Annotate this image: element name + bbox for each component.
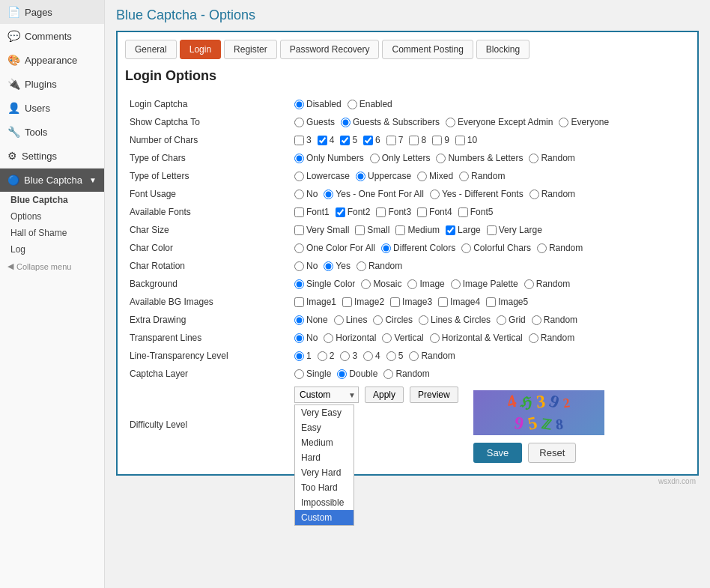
option-choice-char-rotation-no[interactable]: No (294, 261, 318, 271)
option-choice-font-usage-yes-one[interactable]: Yes - One Font For All (324, 189, 424, 199)
input-available-fonts-font5[interactable] (458, 207, 468, 217)
option-choice-captcha-layer-random[interactable]: Random (383, 369, 429, 379)
input-type-of-letters-mixed[interactable] (417, 172, 427, 181)
input-transparent-lines-random[interactable] (529, 333, 538, 343)
input-char-color-different-colors[interactable] (381, 243, 391, 253)
option-choice-line-transparency-level-l4[interactable]: 4 (363, 351, 380, 361)
option-choice-type-of-chars-numbers-letters[interactable]: Numbers & Letters (436, 153, 523, 163)
sidebar-sub-log[interactable]: Log (0, 241, 104, 258)
input-number-of-chars-n9[interactable] (432, 136, 442, 145)
input-transparent-lines-vertical[interactable] (382, 333, 392, 343)
option-choice-extra-drawing-circles[interactable]: Circles (373, 315, 413, 325)
tab-general[interactable]: General (125, 40, 177, 59)
dropdown-item-very-easy[interactable]: Very Easy (295, 405, 354, 420)
tab-password-recovery[interactable]: Password Recovery (280, 40, 380, 59)
option-choice-captcha-layer-double[interactable]: Double (337, 369, 377, 379)
input-char-size-small[interactable] (355, 225, 365, 235)
option-choice-transparent-lines-random[interactable]: Random (529, 333, 574, 343)
input-available-bg-images-img2[interactable] (342, 297, 352, 307)
input-char-size-medium[interactable] (395, 225, 405, 235)
option-choice-captcha-layer-single[interactable]: Single (294, 369, 331, 379)
input-type-of-chars-numbers-letters[interactable] (436, 154, 446, 163)
dropdown-item-easy[interactable]: Easy (295, 420, 354, 435)
input-line-transparency-level-l3[interactable] (340, 351, 350, 361)
input-available-fonts-font4[interactable] (417, 207, 427, 217)
input-char-rotation-yes[interactable] (324, 261, 333, 271)
input-available-bg-images-img4[interactable] (438, 297, 448, 307)
input-number-of-chars-n4[interactable] (318, 136, 327, 145)
option-choice-available-fonts-font4[interactable]: Font4 (417, 207, 452, 217)
option-choice-line-transparency-level-l3[interactable]: 3 (340, 351, 357, 361)
option-choice-extra-drawing-lines-circles[interactable]: Lines & Circles (419, 315, 491, 325)
input-show-captcha-to-guests[interactable] (294, 118, 304, 127)
input-char-color-random[interactable] (537, 243, 547, 253)
option-choice-transparent-lines-vertical[interactable]: Vertical (382, 333, 423, 343)
option-choice-background-random[interactable]: Random (524, 279, 570, 289)
option-choice-available-fonts-font1[interactable]: Font1 (294, 207, 330, 217)
input-number-of-chars-n5[interactable] (340, 136, 350, 145)
dropdown-item-too-hard[interactable]: Too Hard (295, 480, 354, 495)
option-choice-char-size-small[interactable]: Small (355, 225, 389, 235)
input-transparent-lines-horiz-vert[interactable] (430, 333, 440, 343)
input-char-size-large[interactable] (446, 225, 455, 235)
sidebar-sub-options[interactable]: Options (0, 208, 104, 225)
option-choice-transparent-lines-no[interactable]: No (294, 333, 318, 343)
sidebar-item-blue-captcha[interactable]: 🔵 Blue Captcha ▼ (0, 169, 104, 192)
sidebar-item-appearance[interactable]: 🎨 Appearance (0, 48, 104, 72)
sidebar-item-comments[interactable]: 💬 Comments (0, 24, 104, 48)
option-choice-background-image[interactable]: Image (407, 279, 444, 289)
input-background-mosaic[interactable] (361, 279, 371, 289)
option-choice-char-size-large[interactable]: Large (446, 225, 481, 235)
input-type-of-letters-lowercase[interactable] (294, 172, 304, 181)
input-number-of-chars-n10[interactable] (455, 136, 465, 145)
tab-comment-posting[interactable]: Comment Posting (382, 40, 473, 59)
option-choice-char-color-different-colors[interactable]: Different Colors (381, 243, 455, 253)
input-show-captcha-to-guests-subscribers[interactable] (341, 118, 351, 127)
input-available-bg-images-img1[interactable] (294, 297, 304, 307)
option-choice-show-captcha-to-guests[interactable]: Guests (294, 117, 335, 127)
tab-blocking[interactable]: Blocking (476, 40, 530, 59)
input-char-rotation-random[interactable] (356, 261, 366, 271)
input-number-of-chars-n8[interactable] (409, 136, 419, 145)
input-type-of-chars-only-letters[interactable] (370, 154, 380, 163)
option-choice-char-rotation-random[interactable]: Random (356, 261, 402, 271)
sidebar-item-tools[interactable]: 🔧 Tools (0, 120, 104, 144)
dropdown-item-custom[interactable]: Custom (295, 510, 354, 525)
option-choice-type-of-chars-only-letters[interactable]: Only Letters (370, 153, 431, 163)
input-font-usage-no[interactable] (294, 190, 304, 199)
input-line-transparency-level-l1[interactable] (294, 351, 304, 361)
dropdown-item-very-hard[interactable]: Very Hard (295, 465, 354, 480)
input-extra-drawing-lines[interactable] (334, 315, 344, 325)
sidebar-item-settings[interactable]: ⚙ Settings (0, 144, 104, 168)
option-choice-number-of-chars-n7[interactable]: 7 (386, 135, 404, 145)
option-choice-available-bg-images-img3[interactable]: Image3 (390, 297, 432, 307)
sidebar-sub-blue-captcha[interactable]: Blue Captcha (0, 192, 104, 208)
option-choice-available-bg-images-img2[interactable]: Image2 (342, 297, 384, 307)
option-choice-show-captcha-to-everyone-except-admin[interactable]: Everyone Except Admin (446, 117, 553, 127)
input-transparent-lines-horizontal[interactable] (324, 333, 333, 343)
input-extra-drawing-grid[interactable] (497, 315, 506, 325)
option-choice-char-rotation-yes[interactable]: Yes (324, 261, 351, 271)
option-choice-type-of-letters-random[interactable]: Random (459, 171, 505, 181)
input-extra-drawing-lines-circles[interactable] (419, 315, 428, 325)
option-choice-available-fonts-font5[interactable]: Font5 (458, 207, 494, 217)
tab-register[interactable]: Register (224, 40, 277, 59)
option-choice-char-color-colorful-chars[interactable]: Colorful Chars (461, 243, 531, 253)
option-choice-number-of-chars-n9[interactable]: 9 (432, 135, 449, 145)
option-choice-number-of-chars-n5[interactable]: 5 (340, 135, 357, 145)
save-button[interactable]: Save (473, 443, 523, 463)
option-choice-type-of-letters-lowercase[interactable]: Lowercase (294, 171, 350, 181)
dropdown-item-hard[interactable]: Hard (295, 450, 354, 465)
option-choice-char-color-random[interactable]: Random (537, 243, 583, 253)
input-extra-drawing-random[interactable] (532, 315, 541, 325)
sidebar-item-pages[interactable]: 📄 Pages (0, 0, 104, 24)
option-choice-available-fonts-font2[interactable]: Font2 (336, 207, 371, 217)
option-choice-font-usage-random[interactable]: Random (530, 189, 575, 199)
dropdown-item-medium[interactable]: Medium (295, 435, 354, 450)
option-choice-transparent-lines-horiz-vert[interactable]: Horizontal & Vertical (430, 333, 523, 343)
input-font-usage-yes-different[interactable] (430, 190, 440, 199)
sidebar-item-plugins[interactable]: 🔌 Plugins (0, 72, 104, 96)
option-choice-number-of-chars-n6[interactable]: 6 (363, 135, 380, 145)
option-choice-available-bg-images-img5[interactable]: Image5 (486, 297, 528, 307)
option-choice-show-captcha-to-guests-subscribers[interactable]: Guests & Subscribers (341, 117, 440, 127)
